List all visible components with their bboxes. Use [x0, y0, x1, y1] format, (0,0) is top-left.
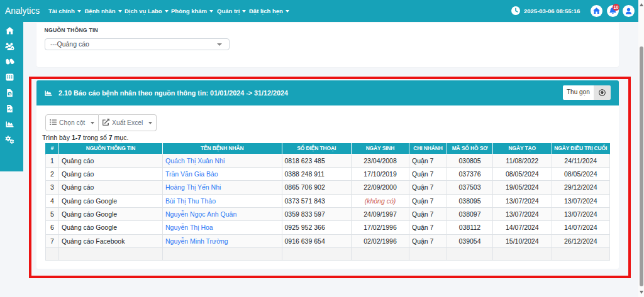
svg-text:$: $	[9, 92, 11, 96]
